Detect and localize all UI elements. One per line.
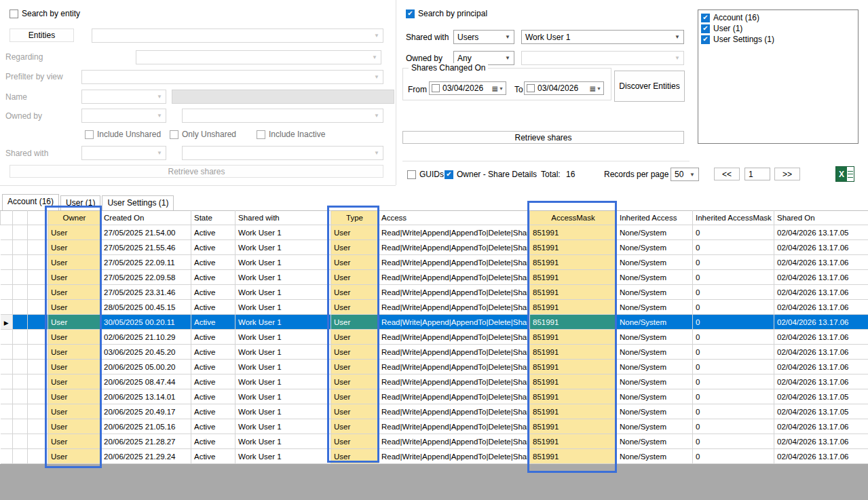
cell[interactable]: 02/04/2026 13.17.06: [774, 255, 868, 270]
search-by-principal-checkbox[interactable]: ✔ Search by principal: [406, 8, 487, 19]
column-header-created-on[interactable]: Created On: [101, 211, 191, 225]
cell[interactable]: 0: [693, 300, 774, 315]
cell[interactable]: User: [48, 300, 101, 315]
cell[interactable]: Work User 1: [235, 345, 331, 360]
table-row[interactable]: User27/05/2025 21.54.00ActiveWork User 1…: [1, 225, 868, 240]
cell-access[interactable]: Read|Write|Append|AppendTo|Delete|Share|…: [379, 419, 530, 434]
table-row[interactable]: User27/05/2025 22.09.58ActiveWork User 1…: [1, 270, 868, 285]
cell[interactable]: 02/04/2026 13.17.06: [774, 434, 868, 449]
cell[interactable]: User: [331, 315, 379, 330]
cell[interactable]: 20/06/2025 21.28.27: [101, 434, 191, 449]
cell[interactable]: 0: [693, 330, 774, 345]
cell[interactable]: User: [331, 255, 379, 270]
cell[interactable]: 851991: [530, 270, 617, 285]
name-operator-select[interactable]: ▼: [81, 90, 166, 104]
column-header-owner[interactable]: Owner: [48, 211, 101, 225]
cell[interactable]: 20/06/2025 05.00.20: [101, 360, 191, 374]
cell[interactable]: Active: [191, 419, 235, 434]
cell[interactable]: Active: [191, 330, 235, 345]
page-number-input[interactable]: 1: [744, 168, 770, 180]
cell[interactable]: [28, 449, 48, 464]
cell[interactable]: Work User 1: [235, 449, 331, 464]
cell[interactable]: 02/04/2026 13.17.06: [774, 315, 868, 330]
cell[interactable]: [28, 404, 48, 419]
cell[interactable]: User: [331, 330, 379, 345]
cell[interactable]: User: [331, 419, 379, 434]
retrieve-shares-button[interactable]: Retrieve shares: [402, 131, 684, 144]
cell[interactable]: Work User 1: [235, 330, 331, 345]
shared-with-user-select[interactable]: Work User 1 ▼: [521, 30, 684, 44]
cell[interactable]: 20/06/2025 13.14.01: [101, 389, 191, 404]
cell[interactable]: 02/04/2026 13.17.06: [774, 345, 868, 360]
cell[interactable]: [28, 360, 48, 374]
cell[interactable]: 02/04/2026 13.17.05: [774, 389, 868, 404]
cell[interactable]: 0: [693, 225, 774, 240]
cell[interactable]: Work User 1: [235, 419, 331, 434]
cell[interactable]: User: [48, 330, 101, 345]
cell[interactable]: [13, 419, 28, 434]
cell[interactable]: 0: [693, 404, 774, 419]
prefilter-by-view-select[interactable]: ▼: [81, 70, 383, 84]
cell[interactable]: 0: [693, 270, 774, 285]
row-marker[interactable]: [1, 404, 13, 419]
cell[interactable]: [13, 360, 28, 374]
cell[interactable]: User: [331, 345, 379, 360]
cell[interactable]: None/System: [617, 300, 693, 315]
column-header-inherited-access[interactable]: Inherited Access: [617, 211, 693, 225]
cell[interactable]: User: [48, 345, 101, 360]
cell[interactable]: [28, 285, 48, 300]
cell[interactable]: 0: [693, 285, 774, 300]
cell[interactable]: 28/05/2025 00.45.15: [101, 300, 191, 315]
cell[interactable]: 02/04/2026 13.17.06: [774, 270, 868, 285]
cell[interactable]: User: [48, 255, 101, 270]
cell[interactable]: [28, 240, 48, 255]
cell[interactable]: [28, 225, 48, 240]
cell-access[interactable]: Read|Write|Append|AppendTo|Delete|Share|…: [379, 330, 530, 345]
cell[interactable]: Work User 1: [235, 300, 331, 315]
column-header-type[interactable]: Type: [331, 211, 379, 225]
cell[interactable]: 851991: [530, 240, 617, 255]
column-header-access[interactable]: Access: [379, 211, 530, 225]
cell[interactable]: Active: [191, 374, 235, 389]
tab-user-settings-1[interactable]: User Settings (1): [102, 195, 174, 210]
date-checkbox-icon[interactable]: [527, 84, 535, 92]
cell[interactable]: User: [48, 419, 101, 434]
cell[interactable]: 02/04/2026 13.17.06: [774, 240, 868, 255]
row-marker[interactable]: [1, 225, 13, 240]
entities-select[interactable]: ▼: [92, 28, 383, 43]
cell[interactable]: User: [331, 285, 379, 300]
cell[interactable]: Work User 1: [235, 270, 331, 285]
cell[interactable]: 02/04/2026 13.17.06: [774, 285, 868, 300]
table-row[interactable]: User20/06/2025 13.14.01ActiveWork User 1…: [1, 389, 868, 404]
cell[interactable]: [28, 434, 48, 449]
cell[interactable]: None/System: [617, 345, 693, 360]
cell[interactable]: 02/04/2026 13.17.05: [774, 404, 868, 419]
cell[interactable]: 27/05/2025 21.55.46: [101, 240, 191, 255]
entity-list-item-user-settings-1[interactable]: ✔User Settings (1): [701, 34, 855, 45]
cell[interactable]: 0: [693, 240, 774, 255]
cell[interactable]: Work User 1: [235, 389, 331, 404]
cell[interactable]: [13, 374, 28, 389]
cell[interactable]: User: [331, 374, 379, 389]
cell[interactable]: [13, 449, 28, 464]
cell[interactable]: None/System: [617, 225, 693, 240]
cell[interactable]: 02/04/2026 13.17.05: [774, 225, 868, 240]
owner-share-details-checkbox[interactable]: ✔ Owner - Share Details: [445, 169, 537, 180]
cell[interactable]: 20/06/2025 21.05.16: [101, 419, 191, 434]
cell[interactable]: 851991: [530, 404, 617, 419]
cell[interactable]: [13, 300, 28, 315]
cell[interactable]: 02/04/2026 13.17.06: [774, 300, 868, 315]
cell[interactable]: None/System: [617, 389, 693, 404]
records-per-page-select[interactable]: 50 ▼: [671, 168, 699, 181]
table-row[interactable]: User02/06/2025 21.10.29ActiveWork User 1…: [1, 330, 868, 345]
row-marker[interactable]: [1, 360, 13, 374]
cell[interactable]: 02/04/2026 13.17.06: [774, 360, 868, 374]
cell[interactable]: Active: [191, 389, 235, 404]
cell[interactable]: [13, 434, 28, 449]
cell-access[interactable]: Read|Write|Append|AppendTo|Delete|Share|…: [379, 225, 530, 240]
cell[interactable]: 0: [693, 374, 774, 389]
owned-by-type-select[interactable]: ▼: [81, 109, 166, 123]
cell[interactable]: Active: [191, 300, 235, 315]
cell[interactable]: [13, 330, 28, 345]
cell-access[interactable]: Read|Write|Append|AppendTo|Delete|Share|…: [379, 404, 530, 419]
